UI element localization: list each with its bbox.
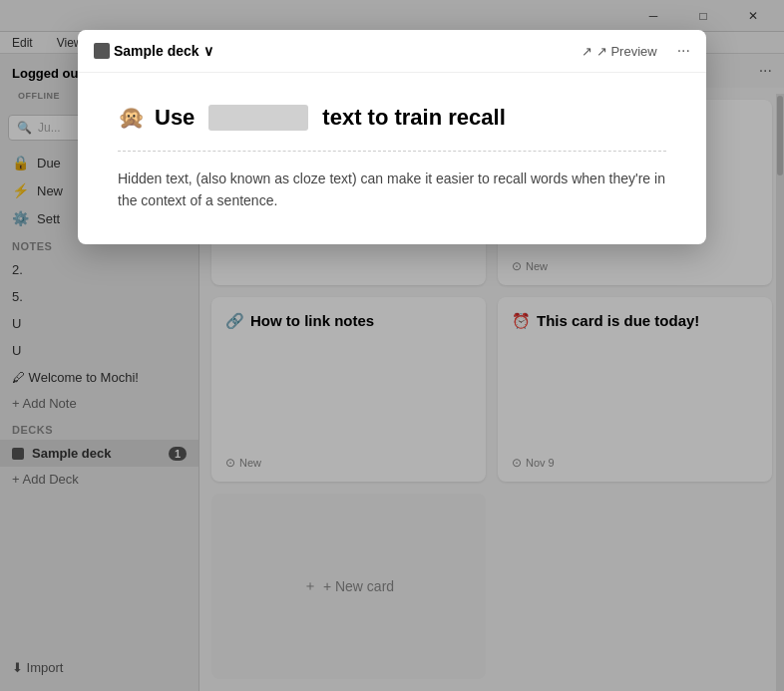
modal-body: 🙊 Use text to train recall Hidden text, … <box>78 73 706 244</box>
modal-preview-button[interactable]: ↗ ↗ Preview <box>582 44 657 59</box>
modal-deck-label: Sample deck <box>114 43 199 59</box>
modal-card-emoji: 🙊 <box>118 105 145 131</box>
modal-card-heading: 🙊 Use text to train recall <box>118 105 666 131</box>
heading-after: text to train recall <box>322 105 505 131</box>
hidden-text-placeholder <box>208 105 308 131</box>
heading-before: Use <box>155 105 195 131</box>
modal-deck-chevron: ∨ <box>203 43 213 59</box>
modal-header: Sample deck ∨ ↗ ↗ Preview ··· <box>78 30 706 73</box>
modal-deck-name: Sample deck ∨ <box>94 43 213 59</box>
preview-label: ↗ Preview <box>596 44 657 59</box>
preview-arrow-icon: ↗ <box>582 44 592 59</box>
modal-card: Sample deck ∨ ↗ ↗ Preview ··· 🙊 Use text… <box>78 30 706 244</box>
modal-divider <box>118 151 666 152</box>
modal-more-button[interactable]: ··· <box>677 42 690 60</box>
modal-deck-icon <box>94 43 110 59</box>
modal-description: Hidden text, (also known as cloze text) … <box>118 168 666 212</box>
modal-overlay[interactable]: Sample deck ∨ ↗ ↗ Preview ··· 🙊 Use text… <box>0 0 784 691</box>
